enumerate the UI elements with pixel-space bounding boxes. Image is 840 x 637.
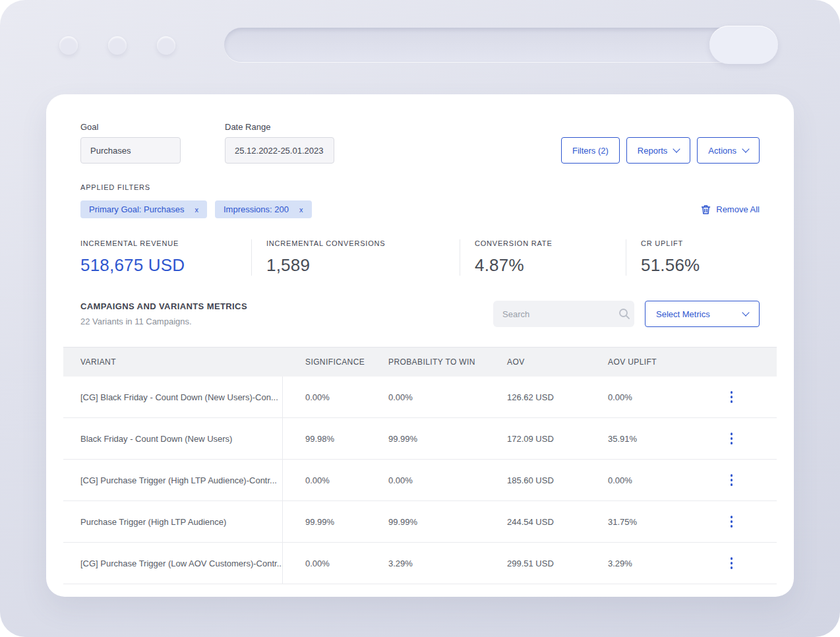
- toolbar: Goal Purchases Date Range 25.12.2022-25.…: [63, 122, 777, 164]
- significance-value: 0.00%: [283, 392, 366, 402]
- row-menu-button[interactable]: [724, 429, 740, 448]
- filter-chip[interactable]: Impressions: 200 x: [215, 200, 312, 218]
- kpi-value: 4.87%: [475, 255, 626, 276]
- row-menu-button[interactable]: [724, 553, 740, 573]
- row-menu-button[interactable]: [724, 470, 740, 490]
- chevron-down-icon: [742, 145, 749, 152]
- campaigns-title-block: CAMPAIGNS AND VARIANTS METRICS 22 Varian…: [80, 301, 247, 326]
- campaigns-header: CAMPAIGNS AND VARIANTS METRICS 22 Varian…: [63, 301, 777, 327]
- aov-uplift-value: 3.29%: [585, 559, 686, 568]
- kpi-row: INCREMENTAL REVENUE 518,675 USD INCREMEN…: [63, 239, 777, 276]
- applied-filters-chips: Primary Goal: Purchases x Impressions: 2…: [80, 200, 760, 218]
- chip-close-button[interactable]: x: [195, 206, 199, 214]
- goal-label: Goal: [80, 122, 181, 132]
- window-control-dot[interactable]: [157, 36, 175, 55]
- aov-uplift-value: 0.00%: [585, 475, 686, 485]
- filter-chip-label: Impressions: 200: [224, 204, 289, 214]
- kpi-value: 1,589: [266, 255, 460, 276]
- select-metrics-label: Select Metrics: [656, 309, 710, 319]
- variant-name: Purchase Trigger (High LTP Audience): [63, 501, 283, 542]
- probability-value: 99.99%: [366, 517, 485, 527]
- kpi-incremental-revenue: INCREMENTAL REVENUE 518,675 USD: [80, 239, 251, 276]
- applied-filters-section: APPLIED FILTERS Primary Goal: Purchases …: [63, 183, 777, 218]
- date-range-input[interactable]: 25.12.2022-25.01.2023: [225, 137, 334, 164]
- aov-value: 185.60 USD: [485, 475, 585, 485]
- aov-uplift-value: 35.91%: [585, 434, 686, 444]
- aov-uplift-value: 31.75%: [585, 517, 686, 527]
- variant-name: Black Friday - Count Down (New Users): [63, 418, 283, 459]
- reports-button-label: Reports: [638, 146, 668, 156]
- filters-button-label: Filters (2): [572, 146, 609, 156]
- actions-button-label: Actions: [708, 146, 736, 156]
- toolbar-buttons: Filters (2) Reports Actions: [561, 137, 760, 164]
- significance-value: 99.99%: [283, 517, 366, 527]
- kpi-value: 51.56%: [641, 255, 760, 276]
- table-row: [CG] Purchase Trigger (Low AOV Customers…: [63, 543, 777, 584]
- column-header-probability: PROBABILITY TO WIN: [366, 357, 485, 367]
- aov-value: 126.62 USD: [485, 392, 585, 402]
- aov-value: 299.51 USD: [485, 559, 585, 568]
- applied-filters-title: APPLIED FILTERS: [80, 183, 760, 191]
- variants-table: VARIANT SIGNIFICANCE PROBABILITY TO WIN …: [63, 347, 777, 584]
- kpi-incremental-conversions: INCREMENTAL CONVERSIONS 1,589: [251, 239, 460, 276]
- kpi-label: CONVERSION RATE: [475, 239, 626, 247]
- kpi-label: INCREMENTAL CONVERSIONS: [266, 239, 460, 247]
- table-row: [CG] Purchase Trigger (High LTP Audience…: [63, 460, 777, 501]
- probability-value: 0.00%: [366, 392, 485, 402]
- browser-action-pill[interactable]: [709, 26, 778, 64]
- row-menu-button[interactable]: [724, 512, 740, 531]
- campaigns-controls: Select Metrics: [493, 301, 760, 327]
- filter-chip-label: Primary Goal: Purchases: [89, 204, 185, 214]
- kpi-value: 518,675 USD: [80, 255, 251, 276]
- aov-value: 172.09 USD: [485, 434, 585, 444]
- variant-name: [CG] Purchase Trigger (Low AOV Customers…: [63, 543, 283, 584]
- date-range-field: Date Range 25.12.2022-25.01.2023: [225, 122, 334, 164]
- search-input[interactable]: [502, 309, 618, 319]
- probability-value: 99.99%: [366, 434, 485, 444]
- actions-button[interactable]: Actions: [697, 137, 760, 164]
- kpi-label: INCREMENTAL REVENUE: [80, 239, 251, 247]
- chevron-down-icon: [742, 309, 749, 316]
- filters-button[interactable]: Filters (2): [561, 137, 620, 164]
- goal-field: Goal Purchases: [80, 122, 181, 164]
- column-header-variant: VARIANT: [63, 348, 283, 377]
- variant-name: [CG] Black Friday - Count Down (New User…: [63, 377, 283, 417]
- variant-name: [CG] Purchase Trigger (High LTP Audience…: [63, 460, 283, 501]
- kpi-label: CR UPLIFT: [641, 239, 760, 247]
- column-header-significance: SIGNIFICANCE: [283, 357, 366, 367]
- goal-select[interactable]: Purchases: [80, 137, 181, 164]
- probability-value: 0.00%: [366, 475, 485, 485]
- filter-chip[interactable]: Primary Goal: Purchases x: [80, 200, 207, 218]
- significance-value: 0.00%: [283, 559, 366, 568]
- search-icon: [618, 308, 630, 320]
- row-menu-button[interactable]: [724, 387, 740, 407]
- campaigns-title: CAMPAIGNS AND VARIANTS METRICS: [80, 301, 247, 311]
- table-row: [CG] Black Friday - Count Down (New User…: [63, 377, 777, 418]
- window-control-dot[interactable]: [59, 36, 78, 55]
- window-control-dot[interactable]: [108, 36, 127, 55]
- campaigns-subtitle: 22 Variants in 11 Campaigns.: [80, 317, 247, 326]
- url-bar[interactable]: [224, 28, 778, 62]
- date-range-label: Date Range: [225, 122, 334, 132]
- trash-icon: [701, 204, 711, 215]
- select-metrics-button[interactable]: Select Metrics: [645, 301, 760, 327]
- remove-all-button[interactable]: Remove All: [701, 204, 760, 215]
- column-header-aov: AOV: [485, 357, 585, 367]
- significance-value: 0.00%: [283, 475, 366, 485]
- remove-all-label: Remove All: [716, 204, 760, 214]
- chevron-down-icon: [673, 145, 680, 152]
- chip-close-button[interactable]: x: [299, 206, 303, 214]
- column-header-aov-uplift: AOV UPLIFT: [585, 357, 686, 367]
- dashboard-panel: Goal Purchases Date Range 25.12.2022-25.…: [46, 94, 794, 597]
- kpi-cr-uplift: CR UPLIFT 51.56%: [626, 239, 760, 276]
- aov-value: 244.54 USD: [485, 517, 585, 527]
- table-row: Black Friday - Count Down (New Users) 99…: [63, 418, 777, 460]
- search-box: [493, 301, 634, 327]
- table-row: Purchase Trigger (High LTP Audience) 99.…: [63, 501, 777, 543]
- significance-value: 99.98%: [283, 434, 366, 444]
- probability-value: 3.29%: [366, 559, 485, 568]
- reports-button[interactable]: Reports: [626, 137, 691, 164]
- kpi-conversion-rate: CONVERSION RATE 4.87%: [460, 239, 626, 276]
- browser-window: Goal Purchases Date Range 25.12.2022-25.…: [0, 0, 840, 637]
- aov-uplift-value: 0.00%: [585, 392, 686, 402]
